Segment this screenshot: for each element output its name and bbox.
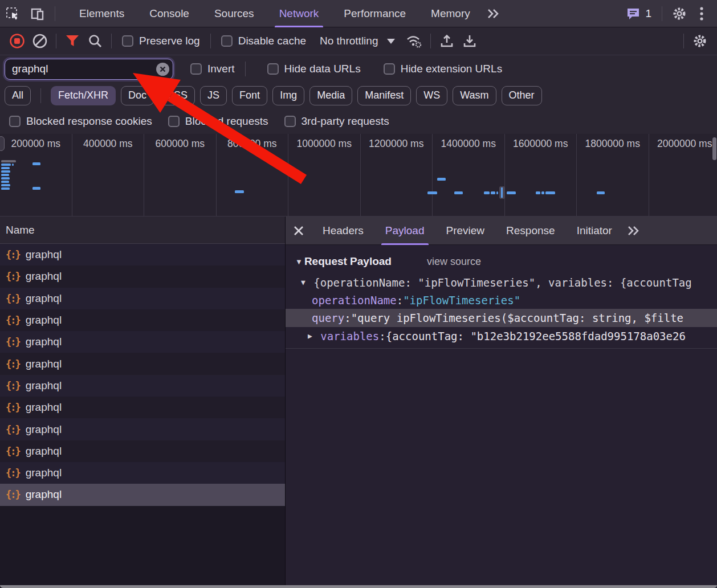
detail-tabbar: HeadersPayloadPreviewResponseInitiator [286,217,717,245]
triangle-down-icon[interactable]: ▼ [295,258,303,266]
filter-toggle-button[interactable] [61,30,84,52]
table-row[interactable]: {:}graphql [0,484,285,505]
request-name: graphql [26,270,62,283]
tab-console[interactable]: Console [137,0,202,27]
type-filter-media[interactable]: Media [309,86,352,105]
clear-filter-button[interactable] [156,63,169,76]
invert-checkbox-item[interactable]: Invert [185,63,241,75]
table-row[interactable]: {:}graphql [0,462,285,484]
table-row[interactable]: {:}graphql [0,288,285,309]
customize-devtools-button[interactable] [692,1,711,27]
3rd-party-requests-checkbox-item[interactable]: 3rd-party requests [279,115,395,128]
funnel-icon [66,35,79,47]
network-conditions-button[interactable] [403,30,426,52]
record-network-log-button[interactable] [6,30,28,52]
hide-extension-urls-checkbox-item[interactable]: Hide extension URLs [378,63,508,75]
table-row[interactable]: {:}graphql [0,440,285,462]
divider [111,34,112,48]
timeline-request-bar [536,191,540,194]
type-filter-ws[interactable]: WS [416,86,447,105]
json-braces-icon: {:} [6,336,20,348]
detail-tab-payload[interactable]: Payload [374,217,435,245]
toggle-device-toolbar-button[interactable] [25,1,50,27]
issues-button[interactable]: 1 [620,7,657,21]
table-row[interactable]: {:}graphql [0,375,285,397]
payload-operation-line[interactable]: operationName: "ipFlowTimeseries" [286,291,717,309]
table-row[interactable]: {:}graphql [0,309,285,331]
payload-variables-line[interactable]: ▶ variables: {accountTag: "b12e3b2192ee5… [286,327,717,345]
table-row[interactable]: {:}graphql [0,397,285,418]
payload-root-line[interactable]: ▼ {operationName: "ipFlowTimeseries", va… [286,273,717,291]
type-filter-other[interactable]: Other [502,86,542,105]
table-row[interactable]: {:}graphql [0,266,285,287]
close-detail-button[interactable] [286,217,312,244]
blocked-requests-checkbox-item[interactable]: Blocked requests [162,115,274,128]
type-filter-wasm[interactable]: Wasm [453,86,496,105]
detail-tab-label: Payload [385,224,425,237]
table-row[interactable]: {:}graphql [0,244,285,266]
type-filter-img[interactable]: Img [272,86,304,105]
detail-tab-response[interactable]: Response [495,217,566,245]
overview-grip-handle[interactable] [0,136,5,151]
network-overview-timeline[interactable]: 200000 ms400000 ms600000 ms800000 ms1000… [0,134,717,217]
tab-label: Sources [214,7,254,20]
import-har-button[interactable] [435,30,458,52]
triangle-down-icon[interactable]: ▼ [301,278,305,287]
tab-performance[interactable]: Performance [331,0,418,27]
more-detail-tabs-button[interactable] [626,226,640,236]
tab-sources[interactable]: Sources [202,0,267,27]
triangle-right-icon[interactable]: ▶ [308,332,312,340]
detail-tab-preview[interactable]: Preview [435,217,496,245]
divider [210,34,211,48]
type-filter-doc[interactable]: Doc [121,86,154,105]
hide-extension-urls-checkbox[interactable] [384,63,395,75]
requests-table-header[interactable]: Name [0,217,285,244]
request-name: graphql [26,379,62,392]
type-filter-css[interactable]: CSS [159,86,195,105]
disable-cache-checkbox[interactable] [221,35,233,47]
export-har-button[interactable] [458,30,481,52]
disable-cache-label: Disable cache [238,35,306,47]
blocked-requests-checkbox[interactable] [168,116,180,127]
request-name: graphql [26,445,62,458]
blocked-response-cookies-checkbox-item[interactable]: Blocked response cookies [3,115,158,128]
settings-button[interactable] [667,1,692,27]
payload-query-line-selected[interactable]: query: "query ipFlowTimeseries($accountT… [286,309,717,327]
disable-cache-checkbox-item[interactable]: Disable cache [215,35,312,47]
inspect-element-button[interactable] [0,1,25,27]
tab-memory[interactable]: Memory [418,0,483,27]
tab-label: Memory [431,7,470,20]
detail-tab-initiator[interactable]: Initiator [566,217,623,245]
network-settings-button[interactable] [689,30,711,52]
throttling-dropdown[interactable]: No throttling [312,35,403,47]
view-source-link[interactable]: view source [427,256,481,268]
hide-data-urls-checkbox[interactable] [267,63,279,75]
search-network-button[interactable] [84,30,107,52]
table-row[interactable]: {:}graphql [0,331,285,353]
tab-network[interactable]: Network [267,0,332,27]
preserve-log-checkbox[interactable] [122,35,133,47]
more-tabs-button[interactable] [483,1,503,27]
overview-scrollbar-thumb[interactable] [712,137,716,160]
tab-elements[interactable]: Elements [67,0,137,27]
detail-tab-headers[interactable]: Headers [312,217,374,245]
type-filter-js[interactable]: JS [200,86,227,105]
invert-checkbox[interactable] [190,63,202,75]
filter-input[interactable] [5,59,173,80]
gear-icon [692,34,707,48]
type-filter-font[interactable]: Font [232,86,267,105]
request-payload-title: ▼ Request Payload [295,255,392,268]
type-filter-manifest[interactable]: Manifest [357,86,411,105]
name-column-header: Name [6,224,35,236]
blocked-response-cookies-checkbox[interactable] [9,116,21,127]
preserve-log-checkbox-item[interactable]: Preserve log [116,35,206,47]
chevron-down-icon [387,39,395,44]
table-row[interactable]: {:}graphql [0,418,285,440]
3rd-party-requests-checkbox[interactable] [284,116,296,127]
hide-data-urls-checkbox-item[interactable]: Hide data URLs [262,63,366,75]
type-filter-fetch-xhr[interactable]: Fetch/XHR [51,86,116,105]
type-filter-all[interactable]: All [5,86,31,105]
clear-network-log-button[interactable] [28,30,51,52]
timeline-request-bar [1,167,10,169]
table-row[interactable]: {:}graphql [0,353,285,374]
